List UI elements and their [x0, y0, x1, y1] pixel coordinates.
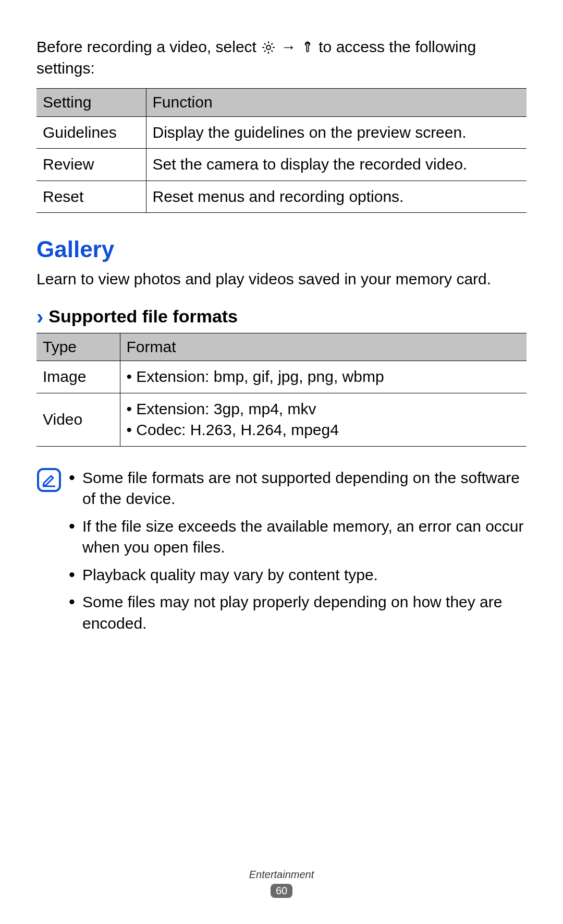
- setting-function: Display the guidelines on the preview sc…: [146, 116, 527, 149]
- note-icon: [36, 467, 62, 493]
- intro-arrow: →: [281, 38, 301, 55]
- note-item: Playback quality may vary by content typ…: [69, 565, 527, 586]
- intro-prefix: Before recording a video, select: [36, 38, 261, 55]
- note-list: Some file formats are not supported depe…: [69, 467, 527, 641]
- format-value: Extension: bmp, gif, jpg, png, wbmp: [120, 361, 527, 393]
- wrench-icon: [301, 40, 314, 55]
- settings-header-function: Function: [146, 89, 527, 117]
- format-type: Image: [36, 361, 120, 393]
- footer-chapter: Entertainment: [0, 869, 563, 881]
- chevron-right-icon: ›: [36, 306, 43, 327]
- table-row: Video Extension: 3gp, mp4, mkv Codec: H.…: [36, 393, 527, 446]
- settings-table: Setting Function Guidelines Display the …: [36, 88, 527, 213]
- format-bullet: Codec: H.263, H.264, mpeg4: [127, 419, 521, 441]
- formats-header-type: Type: [36, 333, 120, 361]
- format-type: Video: [36, 393, 120, 446]
- svg-rect-1: [38, 469, 60, 491]
- formats-header-format: Format: [120, 333, 527, 361]
- note-item: If the file size exceeds the available m…: [69, 516, 527, 558]
- subsection-header: › Supported file formats: [36, 305, 527, 329]
- format-value: Extension: 3gp, mp4, mkv Codec: H.263, H…: [120, 393, 527, 446]
- note-item: Some files may not play properly dependi…: [69, 592, 527, 634]
- note-block: Some file formats are not supported depe…: [36, 467, 527, 641]
- section-title-gallery: Gallery: [36, 234, 527, 265]
- gear-icon: [261, 40, 276, 55]
- setting-name: Guidelines: [36, 116, 146, 149]
- page-footer: Entertainment 60: [0, 869, 563, 898]
- settings-header-setting: Setting: [36, 89, 146, 117]
- subsection-title: Supported file formats: [48, 305, 238, 329]
- note-item: Some file formats are not supported depe…: [69, 467, 527, 510]
- setting-name: Reset: [36, 181, 146, 213]
- table-row: Review Set the camera to display the rec…: [36, 149, 527, 181]
- table-row: Image Extension: bmp, gif, jpg, png, wbm…: [36, 361, 527, 393]
- table-row: Reset Reset menus and recording options.: [36, 181, 527, 213]
- setting-function: Reset menus and recording options.: [146, 181, 527, 213]
- format-bullet: Extension: 3gp, mp4, mkv: [127, 399, 521, 420]
- format-bullet: Extension: bmp, gif, jpg, png, wbmp: [127, 366, 521, 388]
- intro-text: Before recording a video, select → to ac…: [36, 37, 527, 79]
- formats-table: Type Format Image Extension: bmp, gif, j…: [36, 333, 527, 447]
- gallery-description: Learn to view photos and play videos sav…: [36, 269, 527, 290]
- svg-point-0: [266, 45, 271, 50]
- page-number: 60: [271, 884, 292, 898]
- table-row: Guidelines Display the guidelines on the…: [36, 116, 527, 149]
- setting-function: Set the camera to display the recorded v…: [146, 149, 527, 181]
- setting-name: Review: [36, 149, 146, 181]
